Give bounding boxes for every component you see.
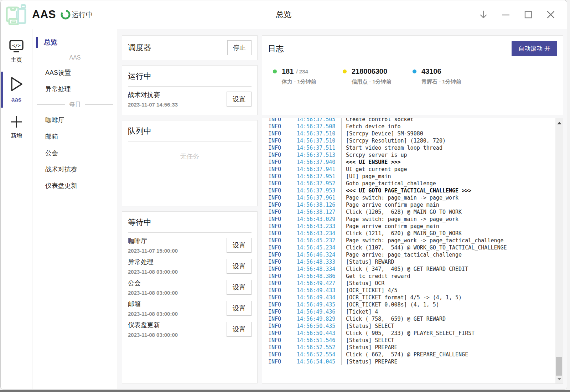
sidebar-item[interactable]: 邮箱 (32, 130, 118, 143)
log-line: INFO14:56:37.511Start video stream loop … (268, 144, 554, 151)
task-time: 2023-11-08 03:00:00 (128, 311, 178, 317)
log-message: Click (1205, 628) @ MAIN_GO_TO_WORK (341, 208, 554, 216)
minimize-icon[interactable] (501, 10, 511, 19)
log-line: INFO14:56:37.510[Scrcpy Resolution] (128… (268, 137, 554, 144)
waiting-task-row: 公会 2023-11-08 03:00:00 设置 (122, 275, 257, 296)
log-line: INFO14:56:49.435[OCR_TICKET 0.008s] (4, … (268, 301, 554, 308)
log-timestamp: 14:56:43.029 (297, 216, 341, 223)
log-level: INFO (268, 137, 297, 144)
log-line: INFO14:56:49.433[OCR_TICKET] 4/5 (268, 287, 554, 294)
log-timestamp: 14:56:37.513 (297, 151, 341, 159)
log-level: INFO (268, 130, 297, 137)
stat-gems: 43106 青辉石 - 1分钟前 (413, 67, 482, 85)
log-message: [Scrcpy Resolution] (1280, 720) (341, 137, 554, 144)
log-timestamp: 14:56:38.127 (297, 208, 341, 216)
running-task-row: 战术对抗赛 2023-11-07 14:56:33 设置 (122, 87, 257, 108)
log-level: INFO (268, 330, 297, 337)
log-line: INFO14:56:43.233Page arrive confirm page… (268, 223, 554, 230)
settings-button[interactable]: 设置 (227, 301, 252, 316)
title-bar: AAS 运行中 总览 (1, 0, 567, 29)
log-level: INFO (268, 308, 297, 315)
log-level: INFO (268, 337, 297, 344)
app-window: AAS 运行中 总览 (0, 0, 567, 390)
rail-item-new[interactable]: 新增 (1, 111, 32, 144)
sidebar-item[interactable]: 咖啡厅 (32, 113, 118, 127)
log-message: [Status] SELECT (341, 323, 554, 330)
log-level: INFO (268, 208, 297, 216)
scrollbar-thumb[interactable] (556, 357, 562, 376)
stat-total: / 234 (296, 68, 308, 74)
running-card: 运行中 战术对抗赛 2023-11-07 14:56:33 设置 (122, 65, 258, 115)
log-level: INFO (268, 180, 297, 187)
log-message: Start video stream loop thread (341, 144, 554, 151)
autoscroll-toggle-button[interactable]: 自动滚动 开 (512, 41, 557, 56)
scroll-down-arrow-icon[interactable] (555, 376, 563, 381)
log-timestamp: 14:56:37.508 (297, 123, 341, 130)
stop-button[interactable]: 停止 (227, 40, 252, 55)
settings-button[interactable]: 设置 (227, 238, 252, 253)
sidebar-group-divider: AAS (37, 55, 113, 61)
rail-item-aas[interactable]: aas (1, 72, 32, 108)
log-timestamp: 14:56:37.951 (297, 173, 341, 180)
svg-text:</>: </> (12, 43, 21, 48)
sidebar-group-label: AAS (69, 55, 81, 61)
log-message: Fetch device info (341, 123, 554, 130)
log-line: INFO14:56:50.435[Status] SELECT (268, 323, 554, 330)
download-icon[interactable] (479, 10, 488, 19)
sidebar-item[interactable]: 异常处理 (32, 82, 118, 96)
settings-button[interactable]: 设置 (227, 280, 252, 295)
settings-button[interactable]: 设置 (227, 92, 252, 107)
window-controls (479, 10, 567, 19)
log-message: Page switch: page_main -> page_work (341, 216, 554, 223)
log-level: INFO (268, 344, 297, 351)
log-header-card: 日志 自动滚动 开 181 / 234 体力 - 1分钟前 (262, 35, 563, 115)
log-message: Click ( 662, 574) @ PREPARE_CHALLENGE (341, 351, 554, 358)
log-level: INFO (268, 265, 297, 273)
sidebar-item[interactable]: 仪表盘更新 (32, 179, 118, 192)
sidebar-item[interactable]: 战术对抗赛 (32, 163, 118, 176)
waiting-card: 等待中 咖啡厅 2023-11-07 15:00:00 设置 (122, 211, 258, 383)
sidebar-item[interactable]: AAS设置 (32, 66, 118, 79)
log-timestamp: 14:56:37.505 (297, 118, 341, 123)
log-timestamp: 14:56:52.552 (297, 344, 341, 351)
log-level: INFO (268, 151, 297, 159)
log-message: [Status] PREPARE (341, 358, 554, 365)
log-message: UI get current page (341, 166, 554, 173)
log-scrollbar[interactable] (555, 118, 563, 383)
log-message: [OCR_TICKET 0.008s] (4, 1, 5) (341, 301, 554, 308)
log-line: INFO14:56:52.554Click ( 662, 574) @ PREP… (268, 351, 554, 358)
waiting-title: 等待中 (128, 217, 151, 228)
log-message: [OCR_TICKET] 4/5 (341, 287, 554, 294)
task-name: 仪表盘更新 (128, 321, 178, 329)
log-output-card: INFO14:56:37.505Create control socket IN… (262, 118, 563, 384)
close-icon[interactable] (546, 10, 555, 19)
log-level: INFO (268, 323, 297, 330)
maximize-icon[interactable] (524, 10, 533, 19)
log-level: INFO (268, 294, 297, 301)
stat-value: 43106 (421, 67, 441, 76)
settings-button[interactable]: 设置 (227, 259, 252, 274)
settings-button[interactable]: 设置 (227, 322, 252, 337)
sidebar-group-aas: AAS设置 异常处理 (32, 66, 118, 96)
log-level: INFO (268, 244, 297, 251)
resource-stats: 181 / 234 体力 - 1分钟前 218006300 信用点 - 1分钟前 (262, 61, 563, 85)
log-message: Page switch: page_work -> page_tactical_… (341, 237, 554, 244)
log-message: Scrcpy server is up (341, 151, 554, 159)
sidebar-item[interactable]: 公会 (32, 146, 118, 160)
log-timestamp: 14:56:49.434 (297, 294, 341, 301)
app-name: AAS (32, 8, 56, 21)
stat-label: 青辉石 - 1分钟前 (413, 78, 482, 85)
scheduler-card: 调度器 停止 (122, 35, 258, 60)
log-timestamp: 14:56:37.511 (297, 144, 341, 151)
log-line: INFO14:56:37.513Scrcpy server is up (268, 151, 554, 159)
log-line: INFO14:56:37.951[UI] page_main (268, 173, 554, 180)
log-message: [OCR_TICKET format] 4/5 -> (4, 1, 5) (341, 294, 554, 301)
stamina-dot-icon (273, 69, 277, 73)
log-level: INFO (268, 194, 297, 201)
log-timestamp: 14:56:54.045 (297, 358, 341, 365)
rail-item-home[interactable]: </> 主页 (1, 36, 32, 68)
log-line: INFO14:56:48.333[Status] REWARD (268, 258, 554, 265)
sidebar-item-overview[interactable]: 总览 (32, 35, 118, 50)
scroll-up-arrow-icon[interactable] (555, 120, 563, 125)
log-message: [Status] REWARD (341, 258, 554, 265)
